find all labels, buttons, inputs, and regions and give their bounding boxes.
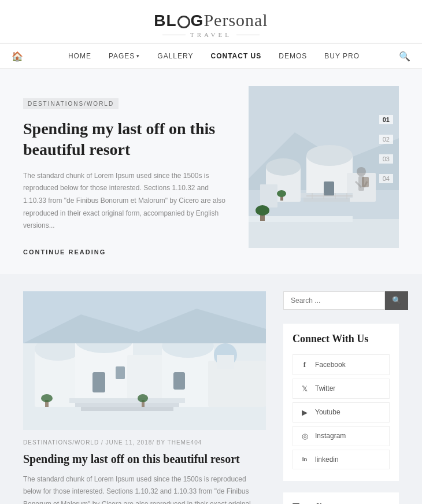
- svg-rect-7: [260, 184, 277, 207]
- chevron-down-icon: ▾: [136, 53, 140, 59]
- connect-section: Connect With Us f Facebook 𝕏 Twitter ▶ Y…: [283, 324, 399, 481]
- svg-rect-38: [69, 398, 185, 403]
- search-button[interactable]: 🔍: [385, 291, 408, 310]
- twitter-link[interactable]: 𝕏 Twitter: [293, 379, 390, 399]
- svg-point-47: [138, 394, 148, 402]
- nav-buy-pro[interactable]: BUY PRO: [324, 52, 360, 60]
- logo-blog-g: G: [191, 12, 204, 29]
- svg-point-26: [256, 205, 269, 216]
- featured-content: DESTINATIONS/WORLD Spending my last off …: [23, 86, 231, 257]
- slide-num-1[interactable]: 01: [379, 115, 393, 124]
- facebook-icon: f: [300, 360, 309, 369]
- svg-rect-10: [324, 181, 334, 196]
- svg-rect-43: [173, 372, 185, 390]
- nav-home[interactable]: HOME: [68, 52, 91, 60]
- svg-point-13: [357, 167, 366, 176]
- logo[interactable]: BLGPersonal TRAVEL: [154, 10, 268, 38]
- post-title[interactable]: Spending my last off on this beautiful r…: [23, 451, 266, 466]
- youtube-icon: ▶: [300, 408, 309, 417]
- lower-section: DESTINATIONS/WORLD / JUNE 11, 2018/ BY T…: [0, 274, 422, 504]
- featured-image-area: 01 02 03 04: [249, 86, 399, 248]
- svg-rect-39: [75, 403, 179, 407]
- youtube-label: Youtube: [315, 408, 340, 416]
- logo-personal: Personal: [203, 10, 268, 29]
- facebook-label: Facebook: [315, 361, 346, 369]
- slide-numbers: 01 02 03 04: [379, 115, 393, 183]
- featured-image-placeholder: [249, 86, 399, 248]
- continue-reading-link[interactable]: CONTINUE READING: [23, 249, 106, 255]
- featured-category: DESTINATIONS/WORLD: [23, 98, 119, 109]
- svg-rect-9: [303, 198, 350, 202]
- svg-rect-40: [81, 407, 173, 411]
- svg-point-5: [306, 145, 353, 166]
- main-nav: 🏠 HOME PAGES ▾ GALLERY CONTACT US DEMOS …: [0, 43, 422, 69]
- connect-title: Connect With Us: [293, 333, 390, 345]
- linkedin-label: linkedin: [315, 455, 339, 464]
- svg-rect-17: [362, 177, 369, 187]
- slide-num-4[interactable]: 04: [379, 174, 393, 183]
- slide-num-3[interactable]: 03: [379, 154, 393, 164]
- search-box: 🔍: [283, 291, 399, 310]
- instagram-label: Instagram: [315, 432, 346, 440]
- nav-contact[interactable]: CONTACT US: [211, 52, 262, 60]
- post-image-inner: [23, 291, 266, 430]
- nav-search-icon[interactable]: 🔍: [399, 51, 410, 62]
- logo-text: BLGPersonal: [154, 10, 268, 30]
- svg-point-45: [41, 394, 53, 402]
- post-article: DESTINATIONS/WORLD / JUNE 11, 2018/ BY T…: [23, 291, 266, 504]
- search-input[interactable]: [283, 291, 385, 310]
- nav-pages[interactable]: PAGES ▾: [109, 52, 140, 60]
- sidebar: 🔍 Connect With Us f Facebook 𝕏 Twitter ▶…: [283, 291, 399, 504]
- nav-gallery[interactable]: GALLERY: [157, 52, 193, 60]
- youtube-link[interactable]: ▶ Youtube: [293, 402, 390, 423]
- twitter-icon: 𝕏: [300, 384, 309, 393]
- trending-title: Trending: [293, 502, 390, 504]
- svg-point-12: [277, 190, 286, 197]
- svg-point-3: [266, 158, 301, 176]
- featured-excerpt: The standard chunk of Lorem Ipsum used s…: [23, 170, 231, 232]
- linkedin-link[interactable]: in linkedin: [293, 450, 390, 469]
- svg-rect-42: [116, 366, 125, 379]
- post-image: [23, 291, 266, 430]
- linkedin-icon: in: [300, 456, 309, 462]
- trending-section: Trending: [283, 492, 399, 504]
- logo-subtitle: TRAVEL: [154, 31, 268, 38]
- svg-rect-41: [92, 372, 105, 392]
- instagram-link[interactable]: ◎ Instagram: [293, 426, 390, 446]
- post-excerpt: The standard chunk of Lorem Ipsum used s…: [23, 473, 266, 504]
- featured-section: DESTINATIONS/WORLD Spending my last off …: [0, 69, 422, 274]
- nav-links: HOME PAGES ▾ GALLERY CONTACT US DEMOS BU…: [29, 52, 399, 60]
- logo-blog-bl: BL: [154, 12, 176, 29]
- post-meta: DESTINATIONS/WORLD / JUNE 11, 2018/ BY T…: [23, 439, 266, 446]
- facebook-link[interactable]: f Facebook: [293, 354, 390, 375]
- twitter-label: Twitter: [315, 384, 335, 392]
- svg-rect-23: [249, 219, 399, 248]
- slide-num-2[interactable]: 02: [379, 135, 393, 144]
- site-header: BLGPersonal TRAVEL: [0, 0, 422, 43]
- nav-demos[interactable]: DEMOS: [279, 52, 307, 60]
- svg-rect-51: [217, 355, 234, 369]
- home-icon[interactable]: 🏠: [12, 51, 23, 62]
- logo-o: [177, 16, 190, 28]
- featured-image: [249, 86, 399, 248]
- instagram-icon: ◎: [300, 432, 309, 440]
- featured-title: Spending my last off on this beautiful r…: [23, 118, 231, 161]
- social-links: f Facebook 𝕏 Twitter ▶ Youtube ◎ Instagr…: [293, 354, 390, 472]
